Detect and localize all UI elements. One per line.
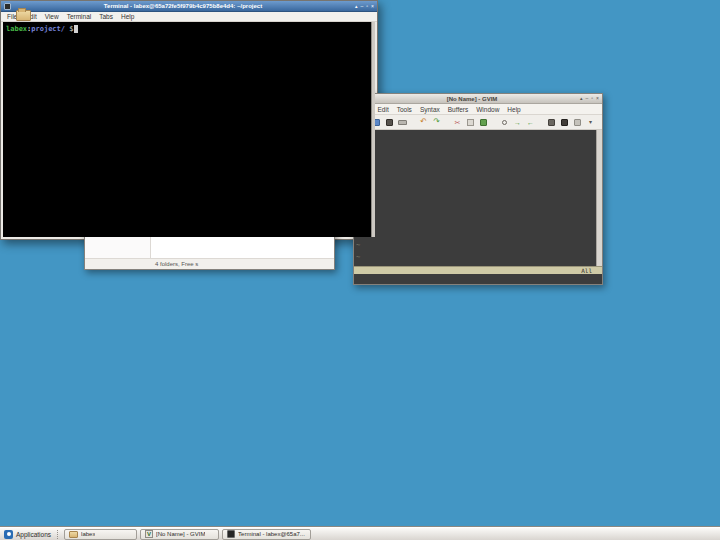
minimize-button[interactable]: – xyxy=(361,4,364,9)
terminal-titlebar[interactable]: Terminal - labex@65a72fe5f979b4c975b8e4d… xyxy=(1,1,377,12)
cut-icon[interactable]: ✂ xyxy=(453,117,462,127)
gvim-titlebar[interactable]: V [No Name] - GVIM ▴ – ▫ × xyxy=(354,94,602,104)
menu-tools[interactable]: Tools xyxy=(397,106,412,113)
menu-buffers[interactable]: Buffers xyxy=(448,106,468,113)
taskbar: Applications labex V [No Name] - GVIM Te… xyxy=(0,527,720,540)
applications-label: Applications xyxy=(16,531,51,538)
window-title: Terminal - labex@65a72fe5f979b4c975b8e4d… xyxy=(14,3,352,9)
copy-icon[interactable] xyxy=(466,117,475,127)
print-icon[interactable] xyxy=(398,117,407,127)
terminal-menubar: File Edit View Terminal Tabs Help xyxy=(1,12,377,22)
terminal-screen[interactable]: labex : project/ $ xyxy=(3,22,375,237)
redo-icon[interactable]: ↷ xyxy=(432,117,441,127)
gvim-command-line xyxy=(354,274,602,284)
task-button-file-manager[interactable]: labex xyxy=(64,529,137,540)
gvim-menubar: File Edit Tools Syntax Buffers Window He… xyxy=(354,104,602,115)
session-load-icon[interactable] xyxy=(547,117,556,127)
prompt-user: labex xyxy=(6,25,27,33)
window-title: [No Name] - GVIM xyxy=(367,96,577,102)
close-button[interactable]: × xyxy=(596,96,599,101)
maximize-button[interactable]: ▫ xyxy=(591,96,593,101)
menu-help[interactable]: Help xyxy=(121,13,134,20)
gvim-icon: V xyxy=(145,530,153,538)
undo-icon[interactable]: ↶ xyxy=(419,117,428,127)
close-button[interactable]: × xyxy=(371,4,374,9)
gvim-toolbar: ↶ ↷ ✂ → ← ▾ xyxy=(354,115,602,130)
file-manager-statusbar: 4 folders, Free s xyxy=(85,258,334,269)
paste-icon[interactable] xyxy=(479,117,488,127)
shade-button[interactable]: ▴ xyxy=(580,96,583,101)
prompt-symbol: $ xyxy=(65,25,73,33)
menu-help[interactable]: Help xyxy=(507,106,520,113)
gvim-scrollbar[interactable] xyxy=(596,130,602,266)
menu-syntax[interactable]: Syntax xyxy=(420,106,440,113)
task-button-label: labex xyxy=(81,531,95,537)
panel-handle xyxy=(57,530,60,539)
prompt-path: project/ xyxy=(31,25,65,33)
save-all-icon[interactable] xyxy=(385,117,394,127)
task-button-terminal[interactable]: Terminal - labex@65a7... xyxy=(222,529,311,540)
gvim-statusline: All xyxy=(354,266,602,274)
minimize-button[interactable]: – xyxy=(586,96,589,101)
applications-icon xyxy=(4,530,13,539)
task-button-label: [No Name] - GVIM xyxy=(156,531,205,537)
prompt-line: labex : project/ $ xyxy=(6,25,78,33)
session-save-icon[interactable] xyxy=(560,117,569,127)
terminal-scrollbar[interactable] xyxy=(371,22,375,237)
task-button-gvim[interactable]: V [No Name] - GVIM xyxy=(140,529,219,540)
ruler-text: All xyxy=(581,267,592,274)
menu-terminal[interactable]: Terminal xyxy=(67,13,92,20)
menu-edit[interactable]: Edit xyxy=(377,106,388,113)
maximize-button[interactable]: ▫ xyxy=(366,4,368,9)
find-icon[interactable] xyxy=(500,117,509,127)
menu-view[interactable]: View xyxy=(45,13,59,20)
home-folder-icon xyxy=(16,10,31,21)
gvim-window: V [No Name] - GVIM ▴ – ▫ × File Edit Too… xyxy=(353,93,603,285)
toolbar-overflow-icon[interactable]: ▾ xyxy=(586,117,595,127)
terminal-cursor xyxy=(74,25,78,33)
find-prev-icon[interactable]: ← xyxy=(526,117,535,127)
gvim-edit-area[interactable]: 1 ~ ~ ~ ~ ~ ~ ~ ~ ~ ~ xyxy=(354,130,602,266)
terminal-icon xyxy=(227,530,235,538)
menu-window[interactable]: Window xyxy=(476,106,499,113)
menu-tabs[interactable]: Tabs xyxy=(99,13,113,20)
shade-button[interactable]: ▴ xyxy=(355,4,358,9)
home-folder-icon xyxy=(69,531,78,538)
terminal-window: Terminal - labex@65a72fe5f979b4c975b8e4d… xyxy=(0,0,378,240)
applications-menu-button[interactable]: Applications xyxy=(2,529,53,540)
task-button-label: Terminal - labex@65a7... xyxy=(238,531,305,537)
run-script-icon[interactable] xyxy=(573,117,582,127)
find-next-icon[interactable]: → xyxy=(513,117,522,127)
